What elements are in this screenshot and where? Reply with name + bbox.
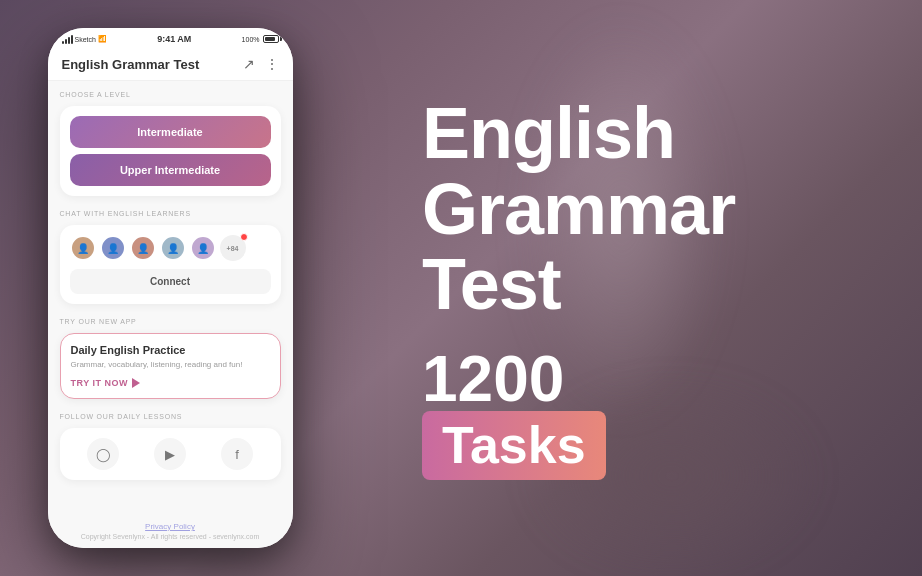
play-icon xyxy=(132,378,140,388)
avatar-1: 👤 xyxy=(70,235,96,261)
left-panel: Sketch 📶 9:41 AM 100% English Grammar Te… xyxy=(0,0,340,576)
telegram-icon[interactable]: ▶ xyxy=(154,438,186,470)
carrier-label: Sketch xyxy=(75,36,96,43)
social-label: FOLLOW OUR DAILY LESSONS xyxy=(60,413,281,420)
app-content: CHOOSE A LEVEL Intermediate Upper Interm… xyxy=(48,81,293,518)
facebook-icon[interactable]: f xyxy=(221,438,253,470)
avatar-4: 👤 xyxy=(160,235,186,261)
wifi-icon: 📶 xyxy=(98,35,107,43)
notification-badge xyxy=(240,233,248,241)
battery-label: 100% xyxy=(242,36,260,43)
tasks-section: 1200 Tasks xyxy=(422,347,606,480)
status-left: Sketch 📶 xyxy=(62,35,107,44)
right-panel: English Grammar Test 1200 Tasks xyxy=(342,0,922,576)
battery-fill xyxy=(265,37,276,41)
instagram-icon[interactable]: ◯ xyxy=(87,438,119,470)
intermediate-button[interactable]: Intermediate xyxy=(70,116,271,148)
main-title: English Grammar Test xyxy=(422,96,862,323)
title-line-1: English xyxy=(422,96,862,172)
social-card: ◯ ▶ f xyxy=(60,428,281,480)
more-menu-icon[interactable]: ⋮ xyxy=(265,56,279,72)
status-time: 9:41 AM xyxy=(157,34,191,44)
signal-icon xyxy=(62,35,73,44)
choose-level-label: CHOOSE A LEVEL xyxy=(60,91,281,98)
upper-intermediate-button[interactable]: Upper Intermediate xyxy=(70,154,271,186)
connect-button[interactable]: Connect xyxy=(70,269,271,294)
phone-mockup: Sketch 📶 9:41 AM 100% English Grammar Te… xyxy=(48,28,293,548)
title-line-2: Grammar Test xyxy=(422,172,862,323)
avatars-row: 👤 👤 👤 👤 👤 +84 xyxy=(70,235,271,261)
daily-app-desc: Grammar, vocabulary, listening, reading … xyxy=(71,359,270,370)
status-bar: Sketch 📶 9:41 AM 100% xyxy=(48,28,293,48)
copyright-text: Copyright Sevenlynx - All rights reserve… xyxy=(58,533,283,540)
chat-label: CHAT WITH ENGLISH LEARNERS xyxy=(60,210,281,217)
social-icons-row: ◯ ▶ f xyxy=(70,438,271,470)
tasks-word: Tasks xyxy=(422,411,606,480)
try-it-now-button[interactable]: TRY IT NOW xyxy=(71,378,141,388)
battery-icon xyxy=(263,35,279,43)
level-card: Intermediate Upper Intermediate xyxy=(60,106,281,196)
app-title: English Grammar Test xyxy=(62,57,200,72)
share-icon[interactable]: ↗ xyxy=(243,56,255,72)
status-right: 100% xyxy=(242,35,279,43)
try-app-label: TRY OUR NEW APP xyxy=(60,318,281,325)
daily-app-name: Daily English Practice xyxy=(71,344,270,356)
app-header: English Grammar Test ↗ ⋮ xyxy=(48,48,293,81)
avatar-3: 👤 xyxy=(130,235,156,261)
chat-card: 👤 👤 👤 👤 👤 +84 Connect xyxy=(60,225,281,304)
avatar-5: 👤 xyxy=(190,235,216,261)
tasks-number: 1200 xyxy=(422,347,564,411)
privacy-policy-link[interactable]: Privacy Policy xyxy=(58,522,283,531)
avatar-2: 👤 xyxy=(100,235,126,261)
try-app-card: Daily English Practice Grammar, vocabula… xyxy=(60,333,281,399)
header-icons: ↗ ⋮ xyxy=(243,56,279,72)
avatar-count: +84 xyxy=(220,235,246,261)
app-footer: Privacy Policy Copyright Sevenlynx - All… xyxy=(48,518,293,548)
